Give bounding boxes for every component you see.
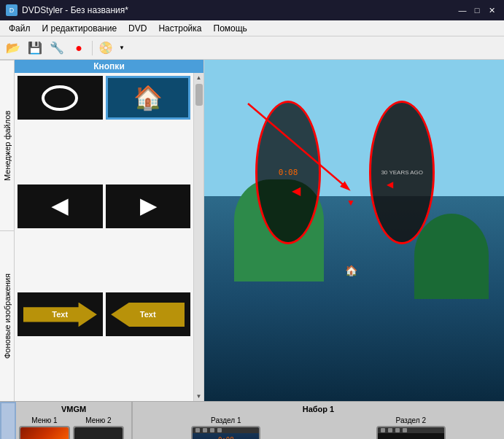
app-icon: D <box>6 4 18 16</box>
menu1-thumb[interactable]: Меню 1 <box>19 416 70 439</box>
button-panel: Кнопки 🏠 ◀ ▶ <box>15 60 204 401</box>
vmgm-label: VMGM <box>19 405 128 413</box>
oval-button-item[interactable] <box>18 76 103 120</box>
toolbar: 📂 💾 🔧 ● 📀 ▼ <box>0 36 504 60</box>
panel-header: Кнопки <box>15 60 203 73</box>
filmstrip-container: VMGM Меню 1 Меню 2 <box>16 402 504 439</box>
clock-display: 0:08 <box>257 103 319 242</box>
title2-card[interactable]: Раздел 2 30 YEARS AGO <box>321 416 502 439</box>
bottom-label: Кнопки <box>0 402 16 439</box>
home-icon-preview: 🏠 <box>345 265 357 276</box>
save-button[interactable]: 💾 <box>25 39 45 58</box>
open-button[interactable]: 📂 <box>3 39 23 58</box>
red-arrow-svg: ◀ ▼ ◀ <box>204 60 504 401</box>
house-button-item[interactable]: 🏠 <box>106 76 191 120</box>
film-hole <box>381 428 385 432</box>
menu1-image[interactable] <box>19 426 70 439</box>
ghostbusters-display: 30 YEARS AGO <box>371 103 433 242</box>
disc-dropdown-arrow[interactable]: ▼ <box>117 39 126 58</box>
preview-image: 0:08 30 YEARS AGO <box>204 60 504 401</box>
film-hole <box>403 428 407 432</box>
disc-button[interactable]: 📀 <box>96 39 116 58</box>
menu-settings[interactable]: Настройка <box>152 20 207 36</box>
arrow-right-icon: ▶ <box>140 194 156 218</box>
film-hole <box>395 428 400 432</box>
svg-text:▼: ▼ <box>346 198 355 208</box>
scroll-up-arrow[interactable]: ▲ <box>196 74 202 81</box>
bottom-area: Кнопки VMGM Меню 1 <box>0 401 504 439</box>
film-hole <box>388 428 392 432</box>
menu-items-row: Меню 1 Меню 2 👀 <box>19 416 128 439</box>
panel-scrollbar[interactable]: ▲ ▼ <box>193 73 203 401</box>
annotation-overlay: ◀ ▼ ◀ 🏠 <box>204 60 504 401</box>
menu-help[interactable]: Помощь <box>208 20 253 36</box>
menu-edit[interactable]: И редактирование <box>36 20 123 36</box>
burn-button[interactable]: ● <box>69 39 89 58</box>
main-area: Менеджер файлов Фоновые изображения Кноп… <box>0 60 504 401</box>
arrow-right-button-item[interactable]: ▶ <box>106 184 191 228</box>
filmstrip-sections: VMGM Меню 1 Меню 2 <box>16 402 504 439</box>
left-panel-labels: Менеджер файлов Фоновые изображения <box>0 60 15 401</box>
title1-timecode: 0:08 <box>218 436 234 439</box>
film-hole <box>217 428 222 432</box>
film-hole <box>195 428 200 432</box>
title1-image[interactable]: 0:08 <box>191 426 260 439</box>
titleset-section: Набор 1 Раздел 1 <box>133 402 504 439</box>
button-grid: 🏠 ◀ ▶ Text <box>15 73 193 401</box>
panel-scroll-area: 🏠 ◀ ▶ Text <box>15 73 203 401</box>
preview-oval-2[interactable]: 30 YEARS AGO <box>369 101 435 244</box>
yellow-text-left: Text <box>52 310 68 319</box>
files-manager-label[interactable]: Менеджер файлов <box>0 60 14 230</box>
titleset-label: Набор 1 <box>136 405 501 413</box>
app-title: DVDStyler - Без названия* <box>22 5 128 15</box>
background-images-label[interactable]: Фоновые изображения <box>0 230 14 401</box>
yellow-text-left-item[interactable]: Text <box>18 292 103 336</box>
house-icon: 🏠 <box>133 84 163 112</box>
yellow-text-right-item[interactable]: Text <box>106 292 191 336</box>
scroll-down-arrow[interactable]: ▼ <box>196 393 202 400</box>
menu-file[interactable]: Файл <box>3 20 36 36</box>
menu-bar: Файл И редактирование DVD Настройка Помо… <box>0 20 504 36</box>
preview-area: 0:08 30 YEARS AGO <box>204 60 504 401</box>
menu2-background: 👀 <box>74 427 123 439</box>
yellow-arrow-left-container: Text <box>19 294 101 335</box>
settings-button[interactable]: 🔧 <box>47 39 67 58</box>
maximize-button[interactable]: □ <box>470 4 484 16</box>
film-hole <box>203 428 207 432</box>
oval-icon <box>42 85 78 111</box>
minimize-button[interactable]: — <box>456 4 469 16</box>
yellow-text-right: Text <box>140 310 156 319</box>
title2-image[interactable]: 30 YEARS AGO <box>376 426 446 439</box>
film-hole <box>210 428 214 432</box>
film-strip-top-1 <box>193 427 259 433</box>
arrow-left-icon: ◀ <box>52 194 68 218</box>
title1-label: Раздел 1 <box>211 416 241 424</box>
yellow-arrow-right-container: Text <box>107 294 190 335</box>
menu1-label: Меню 1 <box>31 416 57 424</box>
menu2-label: Меню 2 <box>85 416 111 424</box>
title1-card[interactable]: Раздел 1 0:08 <box>136 416 317 439</box>
close-button[interactable]: ✕ <box>485 4 498 16</box>
preview-oval-1[interactable]: 0:08 <box>255 101 321 244</box>
menu-dvd[interactable]: DVD <box>123 20 152 36</box>
menu1-background <box>20 427 69 439</box>
scroll-thumb[interactable] <box>195 84 203 106</box>
window-controls[interactable]: — □ ✕ <box>456 4 498 16</box>
menu1-gradient <box>20 427 69 439</box>
title-bar: D DVDStyler - Без названия* — □ ✕ <box>0 0 504 20</box>
vmgm-section: VMGM Меню 1 Меню 2 <box>16 402 133 439</box>
arrow-left-button-item[interactable]: ◀ <box>18 184 103 228</box>
film-strip-top-2 <box>378 427 444 433</box>
toolbar-separator <box>92 41 93 55</box>
menu2-image[interactable]: 👀 <box>73 426 124 439</box>
menu2-thumb[interactable]: Меню 2 👀 <box>73 416 124 439</box>
titles-row: Раздел 1 0:08 <box>136 416 501 439</box>
title2-label: Раздел 2 <box>396 416 426 424</box>
